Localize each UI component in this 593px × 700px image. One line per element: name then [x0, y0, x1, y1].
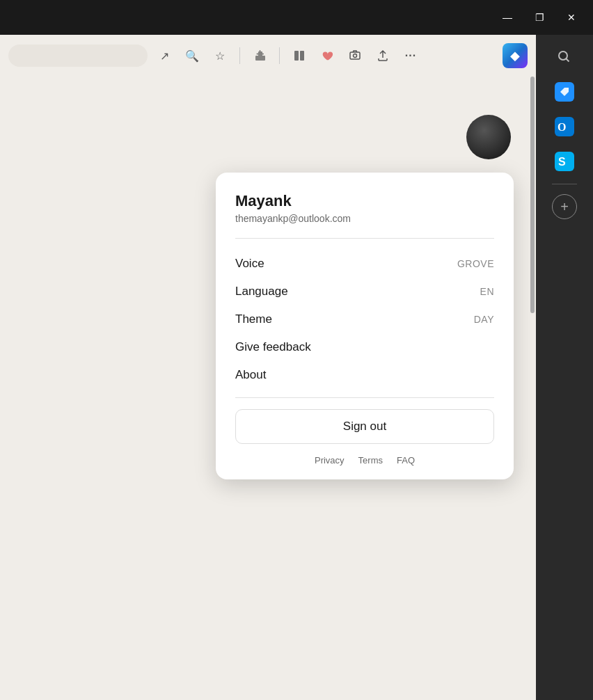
profile-name: Mayank [235, 192, 494, 210]
screenshot-icon[interactable] [344, 45, 366, 67]
title-bar: — ❐ ✕ [0, 0, 593, 35]
copilot-icon[interactable]: ◆ [503, 43, 528, 68]
close-button[interactable]: ✕ [555, 5, 587, 30]
more-options-icon[interactable]: ··· [400, 45, 422, 67]
svg-point-3 [354, 54, 357, 58]
voice-label: Voice [235, 257, 264, 271]
sidebar-app-skype[interactable]: S [549, 146, 580, 177]
puzzle-icon[interactable] [248, 45, 271, 67]
reading-view-icon[interactable] [288, 45, 310, 67]
feedback-label: Give feedback [235, 340, 311, 354]
about-label: About [235, 368, 266, 382]
sidebar-divider [552, 184, 577, 184]
right-sidebar: O S + [536, 0, 593, 700]
voice-row[interactable]: Voice GROVE [235, 250, 494, 278]
card-divider-bottom [235, 397, 494, 398]
toolbar-separator [239, 47, 240, 64]
sidebar-search-icon[interactable] [549, 42, 580, 72]
theme-row[interactable]: Theme DAY [235, 305, 494, 333]
language-label: Language [235, 285, 288, 299]
zoom-out-icon[interactable]: 🔍 [181, 45, 203, 67]
svg-rect-2 [350, 52, 360, 59]
faq-link[interactable]: FAQ [397, 455, 415, 466]
svg-text:O: O [558, 121, 566, 133]
scrollbar-track[interactable]: ▲ [529, 77, 536, 700]
sidebar-app-tags[interactable] [549, 77, 580, 107]
share-icon[interactable] [372, 45, 394, 67]
restore-button[interactable]: ❐ [523, 5, 555, 30]
avatar-image [466, 115, 511, 159]
health-icon[interactable] [316, 45, 338, 67]
profile-email: themayankp@outlook.com [235, 213, 494, 224]
add-sidebar-app-button[interactable]: + [552, 194, 577, 219]
browser-toolbar: ↗ 🔍 ☆ ··· ◆ [0, 35, 536, 77]
toolbar-separator-2 [279, 47, 280, 64]
language-row[interactable]: Language EN [235, 278, 494, 305]
card-footer: Privacy Terms FAQ [235, 455, 494, 466]
svg-point-4 [559, 51, 567, 60]
minimize-button[interactable]: — [491, 5, 523, 30]
language-value: EN [480, 286, 494, 297]
bookmark-icon[interactable]: ☆ [209, 45, 231, 67]
sign-out-button[interactable]: Sign out [235, 409, 494, 444]
address-bar[interactable] [8, 45, 148, 67]
svg-rect-0 [294, 51, 299, 61]
theme-label: Theme [235, 312, 272, 326]
terms-link[interactable]: Terms [358, 455, 383, 466]
svg-text:S: S [558, 156, 566, 168]
feedback-row[interactable]: Give feedback [235, 333, 494, 361]
about-row[interactable]: About [235, 361, 494, 389]
external-link-icon[interactable]: ↗ [153, 45, 175, 67]
privacy-link[interactable]: Privacy [315, 455, 345, 466]
scroll-thumb[interactable] [530, 77, 535, 313]
avatar[interactable] [466, 115, 511, 159]
profile-card: Mayank themayankp@outlook.com Voice GROV… [216, 173, 514, 479]
sidebar-app-outlook[interactable]: O [549, 111, 580, 142]
theme-value: DAY [474, 314, 494, 325]
svg-rect-1 [300, 51, 304, 61]
card-divider-top [235, 238, 494, 239]
voice-value: GROVE [457, 258, 494, 269]
